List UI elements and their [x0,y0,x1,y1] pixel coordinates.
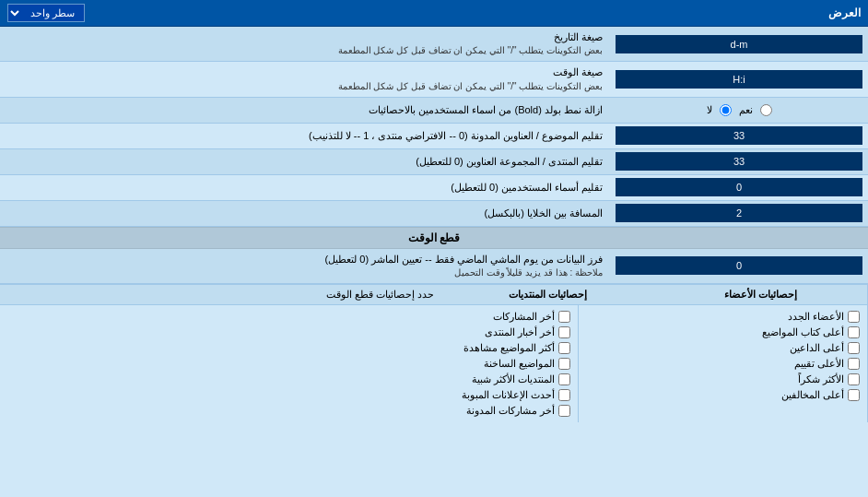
checkbox-most-thanks: الأكثر شكراً [586,372,860,387]
top-topic-writers-checkbox[interactable] [848,326,860,338]
last-posts-label: أخر المشاركات [493,311,555,323]
checkbox-top-rated: الأعلى تقييم [586,356,860,372]
checkbox-last-posts: أخر المشاركات [296,309,569,325]
main-container: العرض سطر واحد سطران ثلاثة أسطر صيغة الت… [0,0,868,422]
top-inviters-checkbox[interactable] [848,342,860,354]
forum-order-row: تقليم المنتدى / المجموعة العناوين (0 للت… [0,149,868,175]
new-members-label: الأعضاء الجدد [788,311,844,323]
forum-news-label: أخر أخبار المنتدى [485,326,555,338]
time-cut-row: فرز البيانات من يوم الماشي الماضي فقط --… [0,249,868,284]
topic-order-input-cell [610,124,868,148]
bold-no-label: لا [707,104,712,116]
checkboxes-col-empty [0,305,288,422]
col1-header: إحصائيات المنتديات [441,285,654,304]
most-like-forums-label: المنتديات الأكثر شبية [472,373,555,385]
date-format-input-cell [610,32,868,56]
most-viewed-checkbox[interactable] [558,342,570,354]
username-trim-input[interactable] [616,178,862,196]
checkbox-blog-posts: أخر مشاركات المدونة [296,403,569,419]
forum-order-input[interactable] [616,152,862,171]
checkbox-latest-classifieds: أحدث الإعلانات المبوبة [296,387,569,403]
most-thanks-checkbox[interactable] [848,373,860,385]
time-format-input[interactable] [616,70,862,89]
topic-order-input[interactable] [616,126,862,145]
blog-posts-label: أخر مشاركات المدونة [466,405,555,417]
cell-spacing-row: المسافة بين الخلايا (بالبكسل) [0,201,868,227]
checkbox-new-members: الأعضاء الجدد [586,309,860,325]
bold-yes-radio[interactable] [760,104,772,116]
checkboxes-col-forums: أخر المشاركات أخر أخبار المنتدى أكثر الم… [288,305,578,422]
forum-order-input-cell [610,149,868,173]
checkbox-most-viewed: أكثر المواضيع مشاهدة [296,340,569,356]
username-trim-row: تقليم أسماء المستخدمين (0 للتعطيل) [0,175,868,201]
checkbox-top-violators: أعلى المخالفين [586,387,860,403]
time-format-label: صيغة الوقت بعض التكوينات يتطلب "/" التي … [0,62,610,96]
cell-spacing-label: المسافة بين الخلايا (بالبكسل) [0,203,610,224]
checkboxes-section: إحصائيات الأعضاء إحصائيات المنتديات حدد … [0,284,868,422]
time-cut-section-header: قطع الوقت [0,227,868,249]
header-row: العرض سطر واحد سطران ثلاثة أسطر [0,0,868,27]
blog-posts-checkbox[interactable] [558,405,570,417]
header-title: العرض [828,6,861,19]
cell-spacing-input[interactable] [616,204,862,222]
most-thanks-label: الأكثر شكراً [798,373,844,385]
time-format-row: صيغة الوقت بعض التكوينات يتطلب "/" التي … [0,62,868,97]
top-inviters-label: أعلى الداعين [790,342,844,354]
checkbox-most-like-forums: المنتديات الأكثر شبية [296,372,569,387]
bold-radio-cell: نعم لا [610,101,868,119]
time-format-input-cell [610,67,868,91]
top-violators-label: أعلى المخالفين [781,389,844,401]
bold-remove-label: ازالة نمط بولد (Bold) من اسماء المستخدمي… [0,100,610,121]
new-members-checkbox[interactable] [848,311,860,323]
top-topic-writers-label: أعلى كتاب المواضيع [762,326,844,338]
hot-topics-label: المواضيع الساخنة [484,358,555,370]
forum-news-checkbox[interactable] [558,326,570,338]
date-format-row: صيغة التاريخ بعض التكوينات يتطلب "/" الت… [0,27,868,62]
display-select[interactable]: سطر واحد سطران ثلاثة أسطر [7,4,85,22]
bold-radio-group: نعم لا [616,104,862,116]
checkbox-top-inviters: أعلى الداعين [586,340,860,356]
time-cut-input[interactable] [616,256,862,275]
bold-yes-label: نعم [739,104,753,116]
top-rated-label: الأعلى تقييم [794,358,844,370]
date-format-label: صيغة التاريخ بعض التكوينات يتطلب "/" الت… [0,27,610,61]
hot-topics-checkbox[interactable] [558,358,570,370]
date-format-input[interactable] [616,35,862,53]
most-viewed-label: أكثر المواضيع مشاهدة [463,342,555,354]
checkbox-forum-news: أخر أخبار المنتدى [296,325,569,340]
limit-label: حدد إحصائيات قطع الوقت [0,285,441,304]
forum-order-label: تقليم المنتدى / المجموعة العناوين (0 للت… [0,151,610,172]
latest-classifieds-label: أحدث الإعلانات المبوبة [462,389,555,401]
checkbox-top-topic-writers: أعلى كتاب المواضيع [586,325,860,340]
most-like-forums-checkbox[interactable] [558,373,570,385]
latest-classifieds-checkbox[interactable] [558,389,570,401]
username-trim-label: تقليم أسماء المستخدمين (0 للتعطيل) [0,177,610,198]
limit-row: إحصائيات الأعضاء إحصائيات المنتديات حدد … [0,285,868,305]
bold-remove-row: نعم لا ازالة نمط بولد (Bold) من اسماء ال… [0,98,868,124]
topic-order-row: تقليم الموضوع / العناوين المدونة (0 -- ا… [0,124,868,149]
checkboxes-col-members: الأعضاء الجدد أعلى كتاب المواضيع أعلى ال… [579,305,868,422]
username-trim-input-cell [610,175,868,199]
bold-no-radio[interactable] [720,104,732,116]
cell-spacing-input-cell [610,201,868,225]
top-violators-checkbox[interactable] [848,389,860,401]
last-posts-checkbox[interactable] [558,311,570,323]
col2-header: إحصائيات الأعضاء [654,285,868,304]
top-rated-checkbox[interactable] [848,358,860,370]
time-cut-input-cell [610,254,868,278]
time-cut-label: فرز البيانات من يوم الماشي الماضي فقط --… [0,249,610,283]
topic-order-label: تقليم الموضوع / العناوين المدونة (0 -- ا… [0,125,610,147]
checkboxes-body: الأعضاء الجدد أعلى كتاب المواضيع أعلى ال… [0,305,868,422]
checkbox-hot-topics: المواضيع الساخنة [296,356,569,372]
limit-row-inner: إحصائيات الأعضاء إحصائيات المنتديات [441,285,868,304]
